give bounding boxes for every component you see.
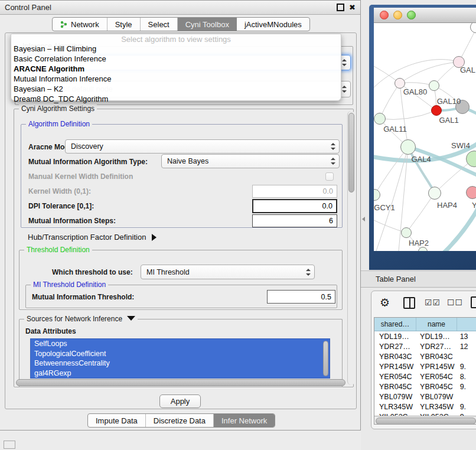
dpi-tolerance-label: DPI Tolerance [0,1]:: [28, 202, 94, 210]
node-label-gal-partial: GAL: [460, 66, 475, 74]
expand-right-icon: [152, 234, 157, 241]
table-row[interactable]: YDL19… YDL19… 13: [374, 331, 476, 341]
mi-threshold-field[interactable]: 0.5: [267, 290, 335, 304]
mi-type-label: Mutual Information Algorithm Type:: [28, 158, 148, 166]
manual-kernel-checkbox[interactable]: [325, 172, 334, 181]
gear-icon[interactable]: ⚙: [380, 297, 390, 308]
tab-jactivemnodules[interactable]: jActiveMNodules: [237, 18, 309, 31]
tab-network[interactable]: Network: [53, 18, 107, 31]
network-window-titlebar: [374, 8, 476, 23]
node-label-hap4: HAP4: [437, 201, 457, 210]
cyni-algorithm-settings-group: Cyni Algorithm Settings Algorithm Defini…: [14, 109, 354, 387]
node-hap4[interactable]: [428, 187, 441, 200]
kernel-width-field[interactable]: 0.0: [252, 185, 337, 198]
tab-cyni-toolbox[interactable]: Cyni Toolbox: [178, 18, 237, 31]
which-threshold-combo[interactable]: MI Threshold: [141, 265, 315, 279]
node-hap2[interactable]: [401, 227, 412, 238]
tab-discretize-data[interactable]: Discretize Data: [146, 414, 214, 427]
table-row[interactable]: YBR043C YBR043C: [374, 351, 476, 361]
algorithm-option[interactable]: Bayesian – K2: [11, 84, 341, 94]
sources-group: Sources for Network Inference Data Attri…: [19, 319, 343, 387]
mi-steps-label: Mutual Information Steps:: [28, 217, 116, 225]
expand-down-icon[interactable]: [127, 316, 135, 321]
column-header-partial[interactable]: [457, 318, 476, 331]
node-label-gal80: GAL80: [403, 87, 427, 96]
tab-select[interactable]: Select: [141, 18, 178, 31]
zoom-traffic-light-icon[interactable]: [407, 11, 416, 19]
hub-definition-expander[interactable]: Hub/Transcription Factor Definition: [28, 233, 157, 242]
table-row[interactable]: YER054C YER054C 8.: [374, 371, 476, 381]
node-label-gcy1: GCY1: [374, 203, 395, 212]
sources-title: Sources for Network Inference: [24, 315, 138, 323]
data-attributes-label: Data Attributes: [25, 327, 76, 335]
table-row[interactable]: YDR27… YDR27… 12: [374, 341, 476, 351]
checked-boxes-icon[interactable]: ☑☑: [425, 298, 441, 307]
close-traffic-light-icon[interactable]: [380, 11, 389, 19]
table-panel: ⚙ ☑☑ ☐☐ shared… name YDL19… YDL19… 13 YD…: [371, 291, 476, 429]
unchecked-boxes-icon[interactable]: ☐☐: [447, 298, 463, 307]
settings-horizontal-scrollbar[interactable]: [16, 379, 345, 387]
node-label-hap2: HAP2: [409, 239, 429, 247]
table-rows: YDL19… YDL19… 13 YDR27… YDR27… 12 YBR043…: [374, 331, 476, 416]
column-header-name[interactable]: name: [416, 318, 457, 331]
document-icon[interactable]: [471, 296, 476, 308]
node-label-gal10: GAL10: [437, 97, 461, 106]
attribute-list-scrollbar[interactable]: [323, 341, 328, 376]
table-panel-title: Table Panel: [376, 275, 416, 283]
splitter-collapse-arrow[interactable]: [362, 217, 365, 221]
algorithm-option[interactable]: Mutual Information Inference: [11, 74, 341, 84]
mi-type-combo[interactable]: Naive Bayes: [161, 154, 340, 168]
node-label-gal11: GAL11: [383, 125, 407, 133]
control-panel-tabs: Network Style Select Cyni Toolbox jActiv…: [52, 17, 310, 31]
algorithm-definition-group: Algorithm Definition Aracne Mode: Discov…: [21, 124, 343, 228]
node-gal10[interactable]: [429, 80, 439, 91]
minimize-traffic-light-icon[interactable]: [393, 11, 402, 19]
network-view-window: GAL GAL80 GAL10 GAL1 GAL11 GAL4 SWI4 GCY…: [369, 5, 476, 270]
mi-steps-field[interactable]: 6: [252, 214, 337, 227]
node-gal1-red[interactable]: [431, 105, 442, 116]
popup-placeholder: Select algorithm to view settings: [11, 35, 341, 44]
table-row[interactable]: YLR345W YLR345W 9.: [374, 402, 476, 412]
table-row[interactable]: YBR045C YBR045C 9.: [374, 381, 476, 392]
node-gal4[interactable]: [400, 139, 416, 155]
kernel-width-label: Kernel Width (0,1):: [28, 187, 91, 195]
control-panel-title: Control Panel: [5, 3, 51, 12]
network-icon: [60, 21, 68, 28]
node-pink-y[interactable]: [466, 186, 476, 199]
algorithm-option[interactable]: Basic Correlation Inference: [11, 54, 341, 64]
table-row[interactable]: YBL079W YBL079W: [374, 392, 476, 402]
algorithm-option[interactable]: Bayesian – Hill Climbing: [11, 44, 341, 54]
columns-icon[interactable]: [403, 297, 415, 309]
minimized-panel-icon[interactable]: [4, 441, 15, 449]
attribute-item[interactable]: gal4RGexp: [31, 369, 330, 379]
network-canvas[interactable]: GAL GAL80 GAL10 GAL1 GAL11 GAL4 SWI4 GCY…: [374, 23, 476, 251]
tab-style[interactable]: Style: [107, 18, 141, 31]
attribute-item[interactable]: BetweennessCentrality: [31, 358, 330, 369]
column-header-shared[interactable]: shared…: [374, 318, 416, 331]
attribute-item[interactable]: TopologicalCoefficient: [31, 349, 330, 359]
mi-threshold-label: Mutual Information Threshold:: [32, 293, 134, 301]
data-attributes-list[interactable]: SelfLoops TopologicalCoefficient Between…: [30, 338, 330, 379]
node-gal11[interactable]: [374, 113, 386, 125]
algorithm-option[interactable]: Dream8 DC_TDC Algorithm: [11, 94, 341, 104]
node-label-gal4: GAL4: [411, 155, 431, 164]
control-panel-titlebar: Control Panel ✖: [0, 1, 360, 15]
aracne-mode-combo[interactable]: Discovery: [65, 139, 340, 154]
table-row[interactable]: YPR145W YPR145W 9.: [374, 361, 476, 371]
table-panel-titlebar: Table Panel: [361, 270, 476, 288]
float-window-icon[interactable]: [337, 4, 344, 11]
algorithm-option[interactable]: ARACNE Algorithm: [11, 64, 341, 74]
attribute-item[interactable]: SelfLoops: [31, 339, 330, 349]
tab-impute-data[interactable]: Impute Data: [88, 414, 146, 427]
settings-vertical-scrollbar[interactable]: [347, 111, 355, 385]
threshold-definition-group: Threshold Definition Which threshold to …: [19, 250, 343, 310]
tab-infer-network[interactable]: Infer Network: [214, 414, 275, 427]
table-horizontal-scrollbar[interactable]: [374, 416, 476, 425]
apply-button[interactable]: Apply: [159, 394, 201, 408]
which-threshold-label: Which threshold to use:: [52, 268, 133, 276]
dpi-tolerance-field[interactable]: 0.0: [252, 199, 337, 213]
node-label-gal1: GAL1: [439, 116, 458, 125]
node-label-y-partial: Y: [472, 201, 476, 210]
node-attribute-table: shared… name YDL19… YDL19… 13 YDR27… YDR…: [374, 317, 476, 425]
close-icon[interactable]: ✖: [349, 4, 356, 11]
